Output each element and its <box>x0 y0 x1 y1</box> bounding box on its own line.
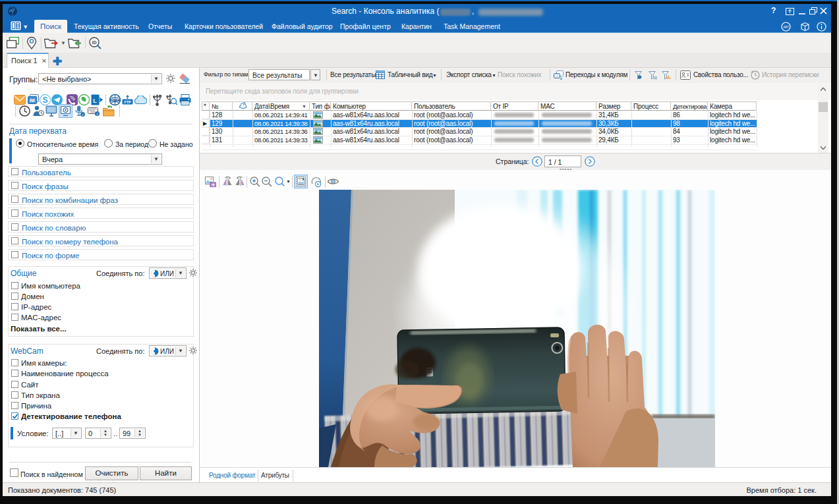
svg-text:IM: IM <box>30 98 35 103</box>
svg-text:L: L <box>93 98 97 104</box>
svg-text:ID: ID <box>92 40 97 45</box>
svg-text:API: API <box>783 25 788 29</box>
svg-text:HTTP: HTTP <box>111 98 119 101</box>
svg-text:S: S <box>42 96 47 105</box>
svg-text:FTP: FTP <box>124 100 131 104</box>
